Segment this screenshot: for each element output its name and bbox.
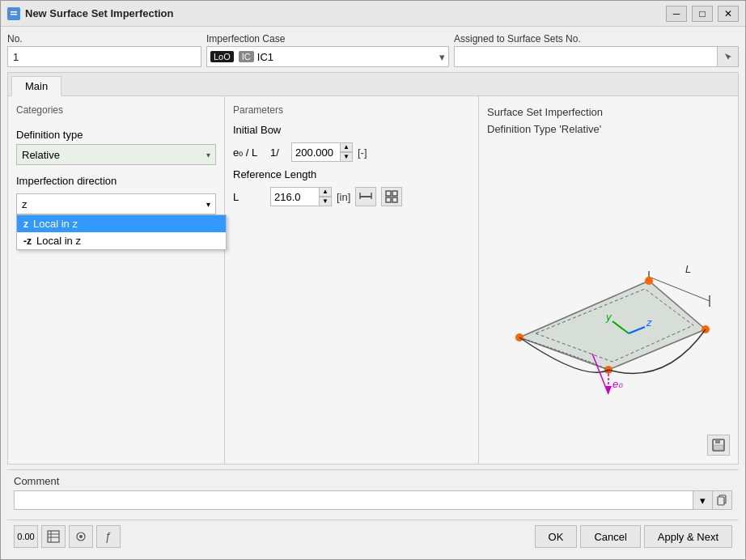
direction-label-local-neg-z: Local in z xyxy=(36,235,81,247)
comment-copy-button[interactable] xyxy=(713,490,732,510)
assigned-clear-button[interactable] xyxy=(718,46,739,67)
comment-label: Comment xyxy=(14,475,59,487)
direction-current-value: z xyxy=(22,198,28,210)
main-content: Categories Definition type Relative ▾ xyxy=(8,96,738,464)
footer: 0.00 ƒ xyxy=(7,520,739,553)
cancel-button[interactable]: Cancel xyxy=(580,525,640,548)
ok-button[interactable]: OK xyxy=(535,525,578,548)
direction-option-neg-z[interactable]: -z Local in z xyxy=(17,232,226,249)
bow-value-field[interactable]: 200.000 xyxy=(291,142,340,162)
ref-length-icon2-button[interactable] xyxy=(381,187,402,206)
apply-next-button[interactable]: Apply & Next xyxy=(644,525,732,548)
bow-spin-buttons: ▲ ▼ xyxy=(340,142,353,162)
direction-label-local-z: Local in z xyxy=(33,218,78,230)
svg-text:e₀: e₀ xyxy=(612,378,623,390)
categories-section: Categories xyxy=(16,104,216,119)
bow-row: e₀ / L 1/ 200.000 ▲ ▼ [-] xyxy=(233,142,470,162)
formula-icon: ƒ xyxy=(105,530,112,543)
ic1-text: IC1 xyxy=(257,51,436,63)
length-value-field[interactable]: 216.0 xyxy=(270,187,319,206)
ic-badge: IC xyxy=(239,51,254,62)
ref-length-icon1-button[interactable] xyxy=(355,187,376,206)
assigned-group: Assigned to Surface Sets No. xyxy=(454,33,739,67)
svg-marker-10 xyxy=(519,281,706,370)
direction-select[interactable]: z ▾ xyxy=(16,193,216,214)
imperfection-case-label: Imperfection Case xyxy=(206,33,449,45)
svg-rect-29 xyxy=(715,439,720,443)
title-bar: New Surface Set Imperfection ─ □ ✕ xyxy=(1,1,745,27)
direction-letter-neg-z: -z xyxy=(23,235,32,247)
dimension-icon xyxy=(359,190,372,203)
no-input[interactable]: 1 xyxy=(7,46,201,67)
svg-rect-9 xyxy=(392,197,397,202)
minimize-button[interactable]: ─ xyxy=(666,6,687,22)
definition-type-wrapper: Relative ▾ xyxy=(16,144,216,165)
decimal-tool-button[interactable]: 0.00 xyxy=(14,525,38,548)
formula-tool-button[interactable]: ƒ xyxy=(96,525,121,548)
main-window: New Surface Set Imperfection ─ □ ✕ No. 1… xyxy=(0,0,746,560)
bow-unit-label: [-] xyxy=(358,146,367,159)
save-diagram-button[interactable] xyxy=(707,435,730,456)
svg-point-19 xyxy=(645,277,653,285)
length-value-input[interactable]: 216.0 ▲ ▼ xyxy=(270,187,332,206)
maximize-button[interactable]: □ xyxy=(692,6,713,22)
assigned-label: Assigned to Surface Sets No. xyxy=(454,33,739,45)
bottom-bar: Comment ▾ xyxy=(7,469,739,515)
assigned-input[interactable] xyxy=(454,46,718,67)
comment-dropdown-button[interactable]: ▾ xyxy=(693,490,713,510)
main-section: Main Categories Definition type Rela xyxy=(7,72,739,465)
definition-type-select[interactable]: Relative ▾ xyxy=(16,144,216,165)
bow-decrement-button[interactable]: ▼ xyxy=(340,152,353,162)
save-icon xyxy=(711,438,726,452)
svg-rect-33 xyxy=(48,531,59,542)
tab-main[interactable]: Main xyxy=(11,76,61,96)
categories-label: Categories xyxy=(16,104,216,116)
svg-rect-6 xyxy=(386,191,391,196)
definition-type-label: Definition type xyxy=(16,129,216,141)
imperfection-case-select[interactable]: LoO IC IC1 ▾ xyxy=(206,46,449,67)
imperfection-case-group: Imperfection Case LoO IC IC1 ▾ xyxy=(206,33,449,67)
no-label: No. xyxy=(7,33,201,45)
middle-panel: Parameters Initial Bow e₀ / L 1/ 200.000… xyxy=(225,96,479,464)
initial-bow-label: Initial Bow xyxy=(233,124,470,136)
svg-text:z: z xyxy=(646,316,652,329)
view-tool-button[interactable] xyxy=(69,525,93,548)
parameters-label: Parameters xyxy=(233,104,470,116)
grid-tool-button[interactable] xyxy=(41,525,66,548)
eye-icon xyxy=(74,530,87,543)
comment-input[interactable] xyxy=(14,490,693,510)
surface-info: Surface Set Imperfection Definition Type… xyxy=(487,104,730,138)
loo-badge: LoO xyxy=(210,51,234,62)
footer-actions: OK Cancel Apply & Next xyxy=(535,525,732,548)
definition-type-section: Definition type Relative ▾ xyxy=(16,129,216,165)
window-title: New Surface Set Imperfection xyxy=(25,7,661,19)
diagram-area: L xyxy=(487,146,730,431)
l-label: L xyxy=(233,191,265,203)
length-decrement-button[interactable]: ▼ xyxy=(319,197,332,206)
length-increment-button[interactable]: ▲ xyxy=(319,187,332,197)
svg-text:L: L xyxy=(685,263,691,275)
direction-option-z[interactable]: z Local in z xyxy=(17,215,226,232)
svg-point-38 xyxy=(79,535,83,538)
svg-rect-2 xyxy=(11,14,17,15)
relative-value: Relative xyxy=(22,149,60,161)
footer-tools: 0.00 ƒ xyxy=(14,525,121,548)
svg-rect-7 xyxy=(392,191,397,196)
multiplier-label: 1/ xyxy=(270,146,286,159)
bow-value-input[interactable]: 200.000 ▲ ▼ xyxy=(291,142,353,162)
chevron-down-icon: ▾ xyxy=(206,151,210,159)
length-spin-buttons: ▲ ▼ xyxy=(319,187,332,206)
surface-info-line1: Surface Set Imperfection xyxy=(487,104,730,121)
imperfection-direction-label: Imperfection direction xyxy=(16,175,216,187)
close-button[interactable]: ✕ xyxy=(718,6,739,22)
direction-letter-z: z xyxy=(23,218,28,230)
direction-section: Imperfection direction z ▾ z Local in z xyxy=(16,175,216,214)
assigned-row xyxy=(454,46,739,67)
tab-bar: Main xyxy=(8,73,738,96)
right-panel: Surface Set Imperfection Definition Type… xyxy=(479,96,738,464)
bow-increment-button[interactable]: ▲ xyxy=(340,142,353,152)
reference-length-label: Reference Length xyxy=(233,168,470,180)
chevron-down-icon: ▾ xyxy=(206,200,210,209)
surface-info-line2: Definition Type 'Relative' xyxy=(487,121,730,138)
left-panel: Categories Definition type Relative ▾ xyxy=(8,96,225,464)
